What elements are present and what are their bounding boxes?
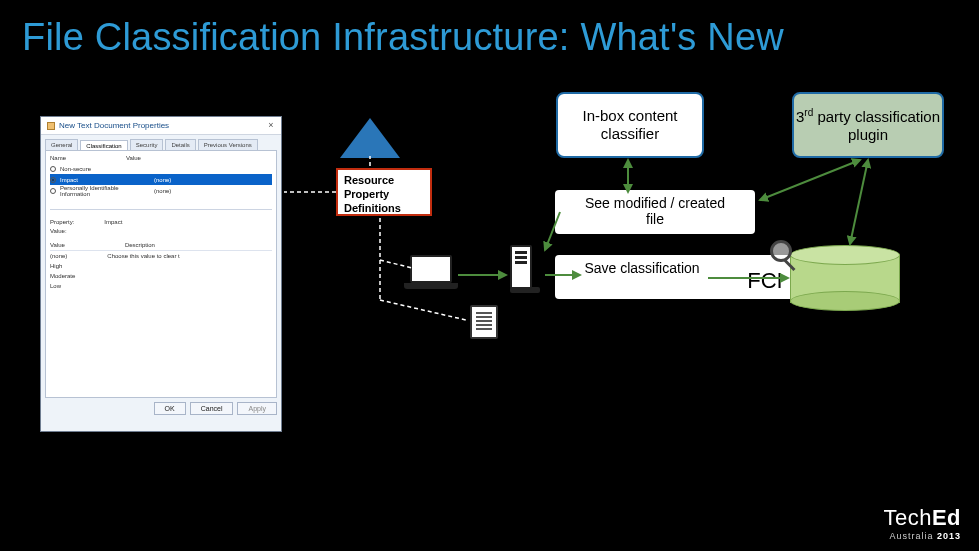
prop-value: (none)	[154, 177, 214, 183]
dialog-title: New Text Document Properties	[59, 117, 169, 135]
footer: TechEd Australia 2013	[883, 505, 961, 541]
dialog-titlebar: New Text Document Properties ×	[41, 117, 281, 135]
apply-button[interactable]: Apply	[237, 402, 277, 415]
list-item[interactable]: (none) Choose this value to clear t	[50, 251, 272, 261]
laptop-icon	[410, 255, 458, 289]
svg-line-10	[380, 300, 466, 320]
inbox-classifier-box: In-box content classifier	[556, 92, 704, 158]
value-cell: (none)	[50, 253, 67, 259]
svg-line-1	[760, 160, 860, 200]
sub-a: Australia	[889, 531, 937, 541]
close-icon[interactable]: ×	[265, 119, 277, 131]
prop-name: Impact	[60, 177, 150, 183]
document-icon	[470, 305, 498, 339]
dialog-buttons: OK Cancel Apply	[41, 398, 281, 419]
cancel-button[interactable]: Cancel	[190, 402, 234, 415]
brand-part-b: Ed	[932, 505, 961, 530]
footer-sub: Australia 2013	[883, 531, 961, 541]
radio-icon	[50, 177, 56, 183]
prop-name: Non-secure	[60, 166, 150, 172]
tab-previous-versions[interactable]: Previous Versions	[198, 139, 258, 150]
third-party-plugin-box: 3rd party classification plugin	[792, 92, 944, 158]
magnifier-icon	[770, 240, 792, 262]
list-item[interactable]: Impact (none)	[50, 174, 272, 185]
server-icon	[510, 245, 542, 305]
col-value: Value	[50, 242, 65, 248]
radio-icon	[50, 188, 56, 194]
sub-b: 2013	[937, 531, 961, 541]
value-cell: High	[50, 263, 62, 269]
dialog-tabs: General Classification Security Details …	[41, 135, 281, 150]
plugin-text: 3rd party classification plugin	[794, 107, 942, 144]
property-value: Impact	[104, 219, 122, 225]
list-item[interactable]: Moderate	[50, 271, 272, 281]
fci-label: FCI	[740, 268, 790, 294]
ok-button[interactable]: OK	[154, 402, 186, 415]
slide-title: File Classification Infrastructure: What…	[22, 16, 784, 59]
col-value: Value	[126, 155, 141, 161]
resource-property-definitions-box: Resource Property Definitions	[336, 168, 432, 216]
value-cell: Moderate	[50, 273, 75, 279]
tab-details[interactable]: Details	[165, 139, 195, 150]
fci-datastore-icon	[790, 245, 900, 311]
see-modified-label: See modified / created file	[580, 195, 730, 227]
value-label: Value:	[50, 228, 272, 234]
property-label: Property:	[50, 219, 74, 225]
property-list: Non-secure Impact (none) Personally Iden…	[50, 163, 272, 196]
divider	[50, 209, 272, 210]
col-name: Name	[50, 155, 66, 161]
tab-security[interactable]: Security	[130, 139, 164, 150]
file-icon	[47, 122, 55, 130]
properties-dialog: New Text Document Properties × General C…	[40, 116, 282, 432]
list-item[interactable]: High	[50, 261, 272, 271]
list-item[interactable]: Low	[50, 281, 272, 291]
value-cell: Low	[50, 283, 61, 289]
desc-cell: Choose this value to clear t	[107, 253, 179, 259]
dialog-body: Name Value Non-secure Impact (none) Pers…	[45, 150, 277, 398]
triangle-icon	[340, 118, 400, 158]
radio-icon	[50, 166, 56, 172]
upper-column-headers: Name Value	[50, 155, 272, 161]
lower-panel: Property: Impact Value: Value Descriptio…	[50, 219, 272, 393]
col-description: Description	[125, 242, 155, 248]
list-item[interactable]: Personally Identifiable Information (non…	[50, 185, 272, 196]
svg-line-5	[850, 160, 868, 244]
prop-name: Personally Identifiable Information	[60, 185, 150, 197]
tab-general[interactable]: General	[45, 139, 78, 150]
prop-value: (none)	[154, 188, 214, 194]
teched-logo: TechEd	[883, 505, 961, 531]
brand-part-a: Tech	[883, 505, 931, 530]
save-classification-label: Save classification	[582, 260, 702, 276]
list-item[interactable]: Non-secure	[50, 163, 272, 174]
